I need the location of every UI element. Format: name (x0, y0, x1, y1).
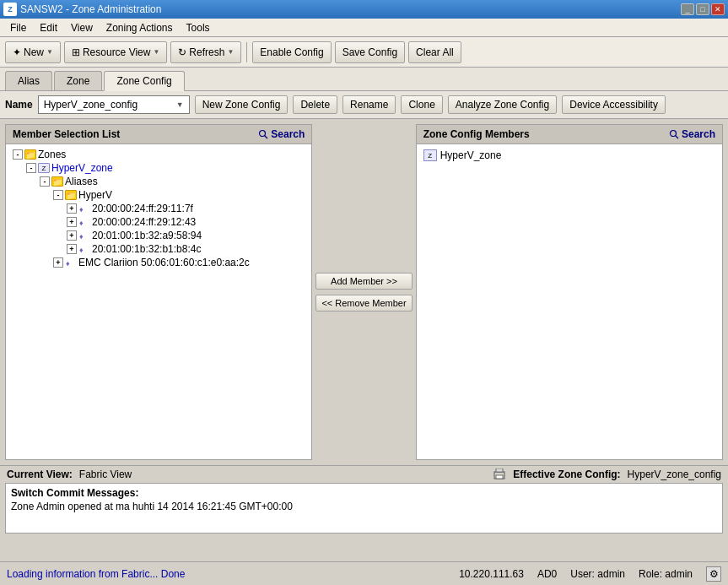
title-bar: Z SANSW2 - Zone Administration _ □ ✕ (0, 0, 728, 19)
tree-hyperv-zone[interactable]: - Z HyperV_zone (9, 161, 308, 175)
current-view-label: Current View: (7, 469, 73, 480)
hyperv-alias-toggle[interactable]: - (53, 190, 63, 200)
new-icon: ✦ (13, 46, 21, 58)
clear-all-button[interactable]: Clear All (408, 41, 461, 63)
hyperv-zone-label: HyperV_zone (51, 162, 113, 174)
svg-line-3 (675, 136, 678, 139)
tab-zone[interactable]: Zone (54, 71, 102, 90)
zones-label: Zones (38, 149, 66, 160)
member-selection-panel: Member Selection List Search - 📁 Zones -… (5, 124, 312, 460)
zone-config-members-body: Z HyperV_zone (417, 144, 722, 459)
clone-button[interactable]: Clone (401, 95, 442, 114)
tree-emc[interactable]: + ⬧ EMC Clariion 50:06:01:60:c1:e0:aa:2c (9, 256, 308, 269)
save-config-button[interactable]: Save Config (335, 41, 405, 63)
analyze-zone-config-button[interactable]: Analyze Zone Config (448, 95, 557, 114)
wwn3-toggle[interactable]: + (67, 230, 77, 241)
wwn4-icon: ⬧ (78, 244, 90, 254)
tab-alias[interactable]: Alias (5, 71, 52, 90)
role-info: Role: admin (639, 568, 693, 580)
rename-button[interactable]: Rename (342, 95, 396, 114)
bottom-bar: Loading information from Fabric... Done … (0, 561, 728, 585)
clone-label: Clone (408, 99, 434, 111)
member-selection-title: Member Selection List (13, 128, 120, 140)
settings-icon[interactable]: ⚙ (706, 566, 721, 582)
tree-zones[interactable]: - 📁 Zones (9, 148, 308, 161)
aliases-toggle[interactable]: - (40, 176, 50, 187)
emc-label: EMC Clariion 50:06:01:60:c1:e0:aa:2c (78, 257, 250, 268)
tree-wwn2[interactable]: + ⬧ 20:00:00:24:ff:29:12:43 (9, 215, 308, 229)
middle-buttons: Add Member >> << Remove Member (312, 124, 415, 460)
ip-address: 10.220.111.63 (459, 568, 524, 580)
enable-config-button[interactable]: Enable Config (252, 41, 331, 63)
menu-edit[interactable]: Edit (33, 20, 64, 35)
menu-view[interactable]: View (64, 20, 100, 35)
app-icon: Z (3, 3, 17, 16)
enable-config-label: Enable Config (260, 46, 323, 58)
wwn1-toggle[interactable]: + (67, 203, 77, 214)
name-input-value: HyperV_zone_config (44, 99, 138, 111)
analyze-zone-config-label: Analyze Zone Config (456, 99, 549, 111)
zone-config-search-label: Search (682, 128, 715, 140)
refresh-button[interactable]: ↻ Refresh ▼ (170, 41, 241, 63)
new-button[interactable]: ✦ New ▼ (5, 41, 61, 63)
clear-all-label: Clear All (416, 46, 454, 58)
menu-zoning-actions[interactable]: Zoning Actions (100, 20, 180, 35)
refresh-label: Refresh (189, 46, 224, 58)
wwn4-toggle[interactable]: + (67, 244, 77, 254)
wwn2-toggle[interactable]: + (67, 217, 77, 227)
name-input[interactable]: HyperV_zone_config ▼ (38, 95, 190, 114)
new-label: New (24, 46, 44, 58)
refresh-dropdown-arrow: ▼ (227, 48, 234, 56)
svg-line-1 (265, 136, 268, 139)
hyperv-alias-label: HyperV (78, 189, 112, 201)
tree-aliases[interactable]: - 📁 Aliases (9, 175, 308, 188)
title-bar-controls[interactable]: _ □ ✕ (681, 3, 725, 15)
hyperv-zone-icon: Z (38, 163, 50, 173)
menu-bar: File Edit View Zoning Actions Tools (0, 19, 728, 37)
toolbar: ✦ New ▼ ⊞ Resource View ▼ ↻ Refresh ▼ En… (0, 37, 728, 68)
resource-view-button[interactable]: ⊞ Resource View ▼ (64, 41, 167, 63)
toolbar-separator (246, 42, 247, 62)
maximize-button[interactable]: □ (696, 3, 709, 15)
rename-label: Rename (350, 99, 388, 111)
menu-tools[interactable]: Tools (180, 20, 217, 35)
tree-wwn3[interactable]: + ⬧ 20:01:00:1b:32:a9:58:94 (9, 229, 308, 242)
loading-text: Loading information from Fabric... Done (7, 568, 185, 580)
search-icon (258, 129, 268, 139)
minimize-button[interactable]: _ (681, 3, 694, 15)
member-selection-header: Member Selection List Search (6, 125, 311, 144)
title-bar-left: Z SANSW2 - Zone Administration (3, 3, 161, 16)
aliases-folder-icon: 📁 (51, 176, 63, 187)
commit-area: Switch Commit Messages: Zone Admin opene… (5, 483, 723, 534)
name-label: Name (5, 99, 33, 111)
bottom-bar-right: 10.220.111.63 AD0 User: admin Role: admi… (459, 566, 721, 582)
ad-info: AD0 (537, 568, 557, 580)
svg-point-0 (260, 131, 266, 137)
tree-wwn4[interactable]: + ⬧ 20:01:00:1b:32:b1:b8:4c (9, 242, 308, 256)
name-row: Name HyperV_zone_config ▼ New Zone Confi… (0, 91, 728, 119)
menu-file[interactable]: File (3, 20, 33, 35)
delete-button[interactable]: Delete (293, 95, 337, 114)
member-selection-body: - 📁 Zones - Z HyperV_zone - 📁 Aliases - … (6, 144, 311, 459)
zone-member-hyperv[interactable]: Z HyperV_zone (420, 148, 719, 163)
add-member-button[interactable]: Add Member >> (315, 273, 412, 290)
device-accessibility-button[interactable]: Device Accessibility (562, 95, 666, 114)
zone-config-search[interactable]: Search (669, 128, 715, 140)
tree-wwn1[interactable]: + ⬧ 20:00:00:24:ff:29:11:7f (9, 202, 308, 215)
emc-toggle[interactable]: + (53, 257, 63, 268)
tree-hyperv-alias[interactable]: - 📁 HyperV (9, 188, 308, 202)
remove-member-button[interactable]: << Remove Member (315, 295, 412, 311)
zones-toggle[interactable]: - (13, 149, 23, 160)
zone-member-icon: Z (423, 149, 437, 161)
new-zone-config-button[interactable]: New Zone Config (195, 95, 289, 114)
zone-config-members-title: Zone Config Members (423, 128, 530, 140)
close-button[interactable]: ✕ (711, 3, 725, 15)
wwn1-icon: ⬧ (78, 203, 90, 214)
status-bar: Current View: Fabric View Effective Zone… (0, 465, 728, 483)
main-content: Member Selection List Search - 📁 Zones -… (0, 119, 728, 465)
user-info: User: admin (570, 568, 625, 580)
zone-member-label: HyperV_zone (440, 149, 502, 161)
tab-zone-config[interactable]: Zone Config (104, 71, 184, 91)
member-selection-search[interactable]: Search (258, 128, 305, 140)
hyperv-zone-toggle[interactable]: - (26, 163, 36, 173)
